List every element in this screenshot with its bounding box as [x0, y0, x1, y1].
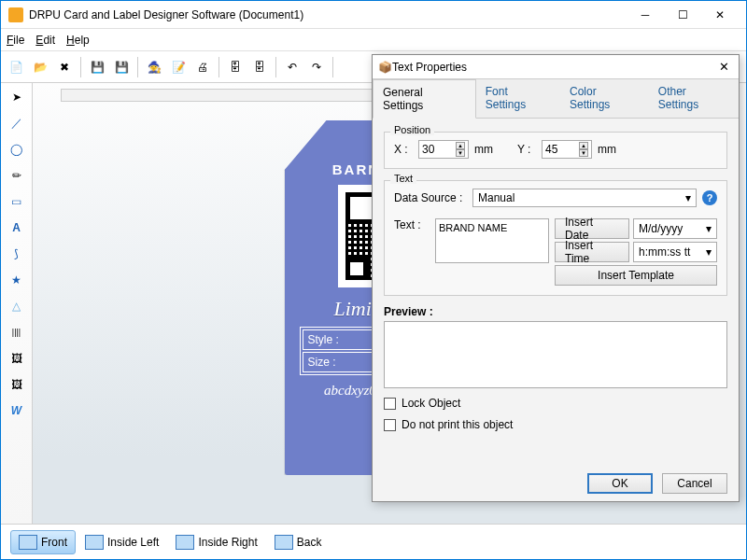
y-field[interactable]: 45▲▼: [542, 140, 592, 159]
preview-box: [384, 321, 727, 388]
maximize-button[interactable]: ☐: [664, 3, 701, 27]
text-properties-dialog: 📦 Text Properties ✕ General Settings Fon…: [372, 54, 740, 502]
minimize-button[interactable]: ─: [627, 3, 664, 27]
print-icon[interactable]: 🖨: [191, 56, 214, 78]
insert-date-button[interactable]: Insert Date: [555, 218, 629, 239]
pointer-tool-icon[interactable]: ➤: [7, 87, 27, 107]
date-format-select[interactable]: M/d/yyyy▾: [633, 218, 717, 239]
tab-color[interactable]: Color Settings: [560, 79, 649, 118]
dialog-tabs: General Settings Font Settings Color Set…: [373, 79, 739, 119]
tab-front[interactable]: Front: [10, 530, 76, 554]
cancel-button[interactable]: Cancel: [662, 473, 727, 494]
open-icon[interactable]: 📂: [29, 56, 51, 78]
position-group: Position X : 30▲▼ mm Y : 45▲▼ mm: [384, 132, 727, 169]
db-icon[interactable]: 🗄: [224, 56, 247, 78]
save-as-icon[interactable]: 💾: [110, 56, 133, 78]
chevron-down-icon: ▾: [685, 191, 691, 204]
insert-template-button[interactable]: Insert Template: [555, 265, 717, 286]
line-tool-icon[interactable]: ／: [7, 113, 27, 133]
tab-inside-left[interactable]: Inside Left: [78, 531, 166, 553]
tab-inside-right[interactable]: Inside Right: [168, 531, 264, 553]
text-group: Text Data Source : Manual▾ ? Text : BRAN…: [384, 180, 727, 296]
time-format-select[interactable]: h:mm:ss tt▾: [633, 242, 717, 262]
tab-back[interactable]: Back: [267, 531, 330, 553]
db2-icon[interactable]: 🗄: [248, 56, 271, 78]
tab-font[interactable]: Font Settings: [476, 79, 560, 118]
barcode-tool-icon[interactable]: ||||: [7, 322, 27, 343]
dialog-titlebar: 📦 Text Properties ✕: [373, 55, 739, 79]
titlebar: DRPU Card and Label Designer Software (D…: [1, 1, 746, 29]
x-label: X :: [394, 143, 413, 156]
preview-label: Preview :: [384, 305, 727, 318]
edit-icon[interactable]: 📝: [167, 56, 190, 78]
star-tool-icon[interactable]: ★: [7, 270, 27, 290]
triangle-tool-icon[interactable]: △: [7, 296, 27, 316]
y-label: Y :: [517, 143, 536, 156]
menubar: File Edit Help: [1, 29, 746, 51]
text-label: Text :: [394, 218, 430, 231]
ok-button[interactable]: OK: [587, 473, 653, 494]
tab-other[interactable]: Other Settings: [649, 79, 739, 118]
arc-tool-icon[interactable]: ⟆: [7, 244, 27, 264]
close-button[interactable]: ✕: [701, 3, 739, 27]
tab-general[interactable]: General Settings: [373, 79, 476, 119]
rect-tool-icon[interactable]: ▭: [7, 191, 27, 212]
tools-palette: ➤ ／ ◯ ✏ ▭ A ⟆ ★ △ |||| 🖼 🖼 W: [1, 83, 33, 524]
x-field[interactable]: 30▲▼: [418, 140, 469, 159]
image-tool-icon[interactable]: 🖼: [7, 348, 27, 369]
dialog-icon: 📦: [378, 61, 392, 74]
redo-icon[interactable]: ↷: [305, 56, 328, 78]
dialog-close-icon[interactable]: ✕: [714, 60, 733, 74]
new-icon[interactable]: 📄: [5, 56, 27, 78]
image2-tool-icon[interactable]: 🖼: [7, 374, 27, 395]
lock-checkbox[interactable]: Lock Object: [384, 397, 727, 410]
noprint-checkbox[interactable]: Do not print this object: [384, 418, 727, 431]
ellipse-tool-icon[interactable]: ◯: [7, 139, 27, 160]
dialog-title: Text Properties: [392, 61, 714, 74]
text-tool-icon[interactable]: A: [7, 217, 27, 238]
card-side-tabs: Front Inside Left Inside Right Back: [1, 524, 746, 559]
app-icon: [8, 7, 23, 22]
wordart-tool-icon[interactable]: W: [7, 400, 27, 421]
datasource-select[interactable]: Manual▾: [472, 189, 697, 207]
help-icon[interactable]: ?: [702, 190, 717, 205]
datasource-label: Data Source :: [394, 191, 467, 204]
menu-file[interactable]: File: [7, 34, 24, 47]
wizard-icon[interactable]: 🧙: [143, 56, 165, 78]
save-icon[interactable]: 💾: [86, 56, 108, 78]
close-file-icon[interactable]: ✖: [53, 56, 76, 78]
undo-icon[interactable]: ↶: [281, 56, 303, 78]
text-input[interactable]: BRAND NAME: [435, 218, 549, 263]
menu-help[interactable]: Help: [66, 34, 90, 47]
insert-time-button[interactable]: Insert Time: [555, 242, 629, 262]
window-title: DRPU Card and Label Designer Software (D…: [29, 8, 627, 21]
menu-edit[interactable]: Edit: [35, 34, 55, 47]
pencil-tool-icon[interactable]: ✏: [7, 165, 27, 186]
